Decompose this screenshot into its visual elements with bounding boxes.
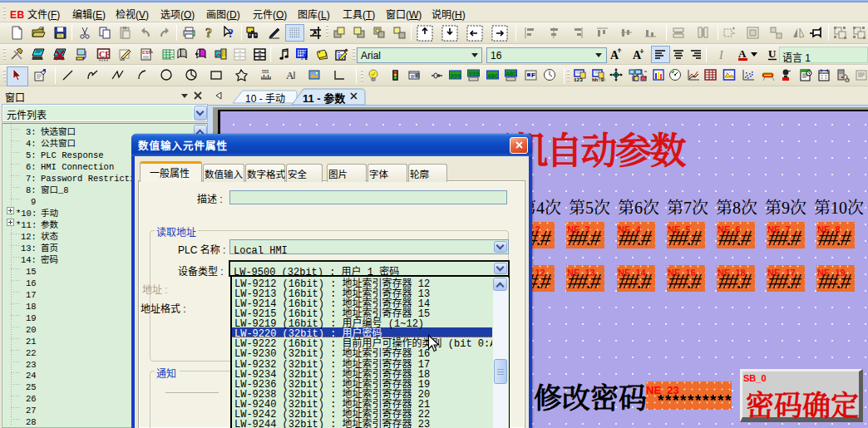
svg-text:A: A bbox=[286, 69, 294, 81]
svg-text:?: ? bbox=[228, 27, 234, 40]
svg-text:555: 555 bbox=[262, 68, 269, 74]
svg-text:999: 999 bbox=[469, 71, 480, 77]
svg-text:A: A bbox=[738, 47, 747, 60]
svg-text:?: ? bbox=[205, 26, 212, 40]
svg-text:999: 999 bbox=[451, 73, 461, 80]
svg-text:I: I bbox=[718, 49, 724, 61]
svg-text:123: 123 bbox=[574, 77, 583, 82]
svg-text:A: A bbox=[301, 52, 308, 61]
svg-text:U: U bbox=[768, 47, 777, 60]
svg-text:hh:01: hh:01 bbox=[592, 77, 605, 82]
svg-text:ABC: ABC bbox=[506, 71, 517, 77]
svg-text:ABC: ABC bbox=[488, 73, 499, 80]
svg-text:A: A bbox=[610, 49, 619, 61]
svg-text:csv: csv bbox=[142, 49, 152, 55]
svg-text:CF: CF bbox=[99, 50, 110, 59]
svg-text:F: F bbox=[531, 71, 535, 79]
